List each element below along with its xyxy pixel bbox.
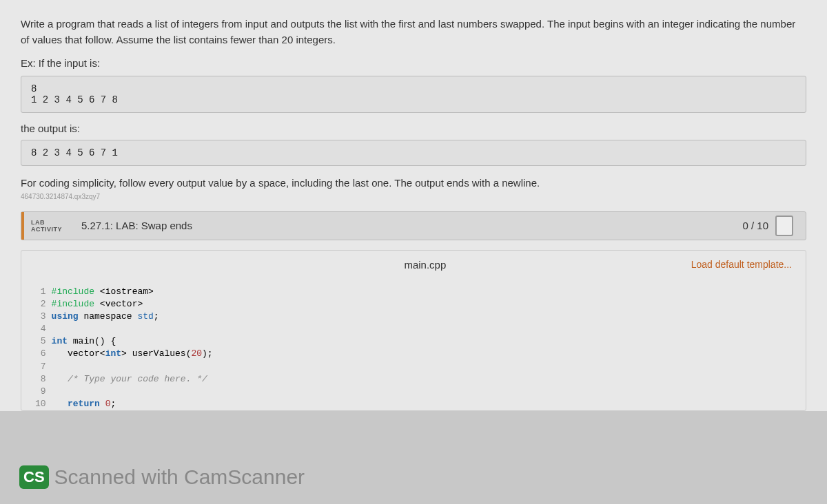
editor-header: main.cpp Load default template... bbox=[21, 251, 806, 279]
code-token: > userValues( bbox=[121, 348, 191, 359]
code-token: vector< bbox=[52, 348, 105, 359]
code-token: ; bbox=[110, 399, 116, 409]
score-text: 0 / 10 bbox=[742, 220, 768, 231]
cs-watermark-text: Scanned with CamScanner bbox=[54, 465, 305, 489]
camscanner-watermark: CS Scanned with CamScanner bbox=[19, 465, 305, 489]
code-token: std bbox=[137, 311, 153, 322]
problem-description: Write a program that reads a list of int… bbox=[21, 17, 806, 48]
load-template-link[interactable]: Load default template... bbox=[691, 259, 792, 270]
code-token: 20 bbox=[191, 348, 202, 359]
code-token: int bbox=[52, 336, 68, 346]
output-label: the output is: bbox=[21, 123, 806, 134]
output-example-block: 8 2 3 4 5 6 7 1 bbox=[21, 140, 806, 166]
example-label: Ex: If the input is: bbox=[21, 57, 806, 69]
lab-header: LAB ACTIVITY 5.27.1: LAB: Swap ends 0 / … bbox=[21, 212, 806, 240]
code-token: main() { bbox=[68, 336, 116, 346]
lab-title: 5.27.1: LAB: Swap ends bbox=[72, 212, 202, 240]
editor-filename: main.cpp bbox=[159, 259, 691, 271]
lab-header-right: 0 / 10 bbox=[742, 212, 806, 240]
code-token: <vector> bbox=[100, 299, 143, 309]
lab-header-left: LAB ACTIVITY 5.27.1: LAB: Swap ends bbox=[21, 212, 202, 240]
lab-badge-line1: LAB bbox=[31, 219, 62, 226]
code-token: using bbox=[52, 311, 79, 322]
code-token: namespace bbox=[79, 311, 138, 322]
code-token: #include bbox=[52, 299, 100, 309]
code-token: int bbox=[105, 348, 121, 359]
code-editor[interactable]: 1 2 3 4 5 6 7 8 9 10 #include <iostream>… bbox=[21, 279, 806, 411]
code-token: /* Type your code here. */ bbox=[52, 374, 207, 384]
code-token: <iostream> bbox=[100, 286, 154, 297]
code-token bbox=[52, 399, 68, 409]
cs-badge-icon: CS bbox=[19, 465, 49, 489]
input-example-block: 8 1 2 3 4 5 6 7 8 bbox=[21, 76, 806, 113]
page-container: Write a program that reads a list of int… bbox=[0, 0, 827, 411]
score-box-icon bbox=[775, 216, 793, 236]
lab-badge-line2: ACTIVITY bbox=[31, 226, 62, 233]
hash-text: 464730.3214874.qx3zqy7 bbox=[21, 193, 806, 200]
lab-activity-box: LAB ACTIVITY 5.27.1: LAB: Swap ends 0 / … bbox=[21, 211, 806, 240]
code-content[interactable]: #include <iostream> #include <vector> us… bbox=[52, 286, 213, 411]
code-token bbox=[100, 399, 105, 409]
line-gutter: 1 2 3 4 5 6 7 8 9 10 bbox=[21, 286, 52, 411]
code-token: return bbox=[68, 399, 100, 409]
code-token: #include bbox=[52, 286, 100, 297]
editor-panel: main.cpp Load default template... 1 2 3 … bbox=[21, 250, 806, 412]
lab-badge: LAB ACTIVITY bbox=[21, 212, 72, 240]
code-token: ); bbox=[202, 348, 213, 359]
code-token: ; bbox=[154, 311, 159, 322]
followup-text: For coding simplicity, follow every outp… bbox=[21, 176, 806, 191]
